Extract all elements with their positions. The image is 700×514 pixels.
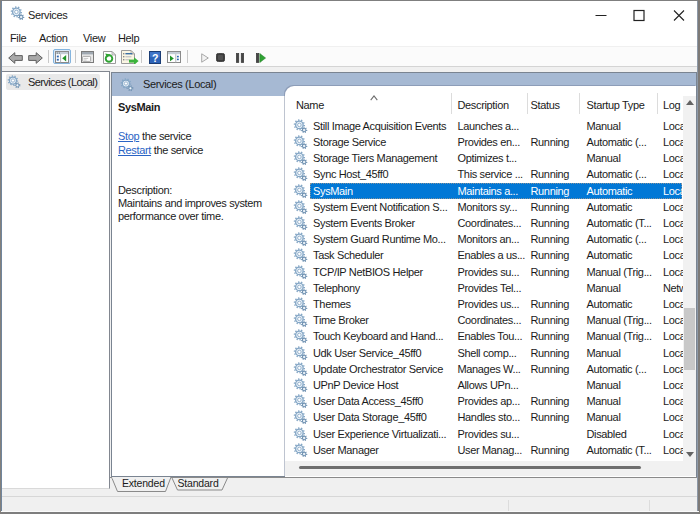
svg-text:Standard: Standard [178,477,219,489]
svg-text:Extended: Extended [122,477,165,489]
svg-text:?: ? [152,51,158,63]
